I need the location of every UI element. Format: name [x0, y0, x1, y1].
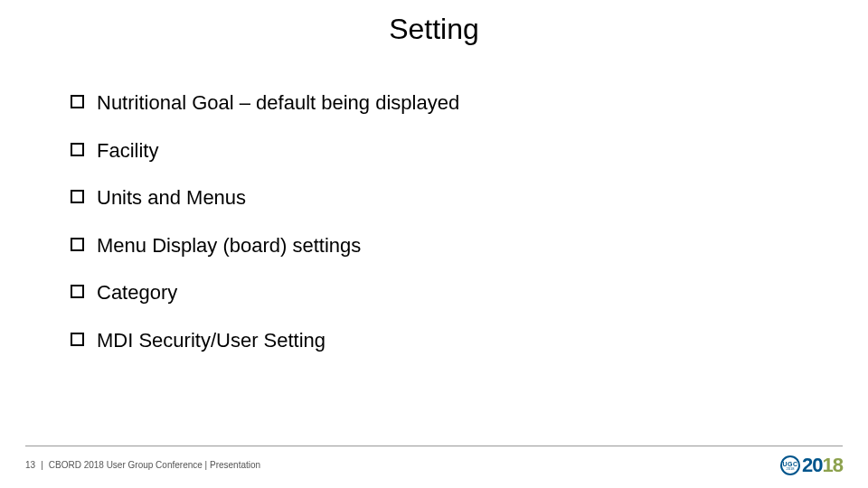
list-item-text: MDI Security/User Setting — [97, 328, 326, 354]
checkbox-bullet-icon — [71, 333, 84, 346]
list-item-text: Units and Menus — [97, 185, 246, 211]
checkbox-bullet-icon — [71, 143, 84, 156]
list-item: Facility — [71, 138, 814, 164]
list-item-text: Nutritional Goal – default being display… — [97, 90, 459, 117]
list-item: Nutritional Goal – default being display… — [71, 90, 814, 117]
list-item: Units and Menus — [71, 185, 814, 211]
checkbox-bullet-icon — [71, 238, 84, 251]
list-item-text: Category — [97, 280, 177, 306]
logo-year: 2018 — [802, 454, 843, 477]
bullet-list: Nutritional Goal – default being display… — [71, 90, 814, 376]
logo-badge-icon: UGC 2018 — [780, 455, 800, 475]
checkbox-bullet-icon — [71, 95, 84, 108]
logo-year-suffix: 18 — [823, 454, 843, 476]
page-number: 13 — [25, 460, 35, 470]
footer: 13 | CBORD 2018 User Group Conference | … — [25, 460, 260, 470]
checkbox-bullet-icon — [71, 285, 84, 298]
list-item-text: Facility — [97, 138, 158, 164]
list-item-text: Menu Display (board) settings — [97, 233, 361, 259]
list-item: Category — [71, 280, 814, 306]
slide-title: Setting — [0, 13, 868, 46]
list-item: MDI Security/User Setting — [71, 328, 814, 354]
footer-separator: | — [41, 460, 43, 470]
logo-year-prefix: 20 — [802, 454, 822, 476]
checkbox-bullet-icon — [71, 190, 84, 203]
list-item: Menu Display (board) settings — [71, 233, 814, 259]
conference-logo: UGC 2018 2018 — [780, 454, 843, 477]
logo-badge-bottom: 2018 — [787, 467, 795, 471]
slide: Setting Nutritional Goal – default being… — [0, 0, 868, 488]
footer-text: CBORD 2018 User Group Conference | Prese… — [49, 460, 260, 470]
footer-divider — [25, 446, 843, 446]
